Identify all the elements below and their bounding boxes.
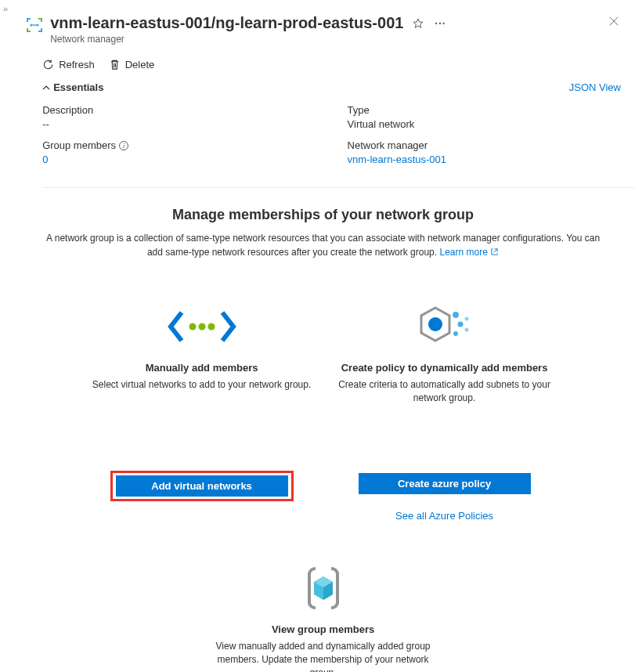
description-label: Description [42, 104, 316, 116]
type-value: Virtual network [348, 118, 621, 130]
type-label: Type [348, 104, 621, 116]
expand-handle[interactable]: » [0, 0, 11, 672]
delete-label: Delete [125, 59, 155, 70]
svg-point-3 [189, 323, 196, 331]
hero-section: Manage memberships of your network group… [11, 188, 635, 268]
delete-icon [109, 59, 121, 70]
resource-type-label: Network manager [50, 34, 607, 45]
manual-card-title: Manually add members [146, 362, 258, 374]
hero-description: A network group is a collection of same-… [42, 231, 604, 260]
policy-card-desc: Create criteria to automatically add sub… [335, 378, 554, 416]
add-virtual-networks-button[interactable]: Add virtual networks [116, 475, 288, 497]
manual-card-desc: Select virtual networks to add to your n… [92, 378, 311, 416]
svg-point-7 [428, 317, 442, 331]
svg-point-8 [453, 312, 459, 318]
svg-point-11 [464, 317, 468, 321]
refresh-button[interactable]: Refresh [42, 59, 95, 70]
page-title: vnm-learn-eastus-001/ng-learn-prod-eastu… [50, 14, 403, 32]
delete-button[interactable]: Delete [109, 59, 155, 70]
essentials-grid: Description -- Group members i 0 Type [42, 96, 635, 188]
manual-add-card: Manually add members Select virtual netw… [92, 299, 312, 522]
page-header: vnm-learn-eastus-001/ng-learn-prod-eastu… [11, 0, 635, 51]
resource-icon [25, 16, 44, 34]
svg-point-1 [37, 23, 39, 26]
chevron-up-icon [42, 84, 50, 92]
group-members-label: Group members i [42, 139, 316, 151]
cube-icon [292, 561, 355, 616]
learn-more-link[interactable]: Learn more [439, 247, 499, 258]
command-bar: Refresh Delete [11, 51, 635, 78]
network-manager-value[interactable]: vnm-learn-eastus-001 [348, 154, 621, 165]
hero-title: Manage memberships of your network group [42, 207, 604, 223]
create-azure-policy-button[interactable]: Create azure policy [359, 473, 531, 494]
network-icon [163, 299, 241, 354]
refresh-label: Refresh [59, 59, 95, 70]
svg-marker-2 [413, 19, 423, 27]
external-link-icon [490, 246, 499, 260]
info-icon[interactable]: i [119, 141, 128, 150]
more-menu-icon[interactable]: ··· [433, 16, 447, 31]
essentials-label-text: Essentials [53, 81, 103, 93]
view-card-desc: View manually added and dynamically adde… [214, 640, 433, 672]
svg-point-4 [198, 323, 205, 331]
network-manager-label: Network manager [348, 139, 621, 151]
svg-point-0 [31, 23, 33, 26]
see-all-policies-link[interactable]: See all Azure Policies [395, 510, 493, 522]
cards-row: Manually add members Select virtual netw… [11, 268, 635, 537]
policy-card-title: Create policy to dynamically add members [341, 362, 548, 374]
highlight-annotation: Add virtual networks [110, 471, 294, 501]
svg-point-12 [464, 328, 468, 332]
essentials-toggle[interactable]: Essentials [42, 81, 103, 93]
favorite-star-icon[interactable] [411, 16, 425, 31]
group-members-value[interactable]: 0 [42, 154, 316, 165]
svg-point-5 [207, 323, 215, 331]
policy-card: Create policy to dynamically add members… [335, 299, 554, 522]
view-members-card: View group members View manually added a… [11, 537, 635, 672]
svg-point-10 [453, 331, 458, 336]
policy-icon [413, 299, 476, 354]
description-value: -- [42, 118, 316, 130]
refresh-icon [42, 59, 54, 70]
close-icon[interactable] [607, 14, 621, 28]
svg-point-9 [457, 322, 463, 327]
json-view-link[interactable]: JSON View [569, 81, 621, 93]
view-card-title: View group members [272, 623, 374, 635]
